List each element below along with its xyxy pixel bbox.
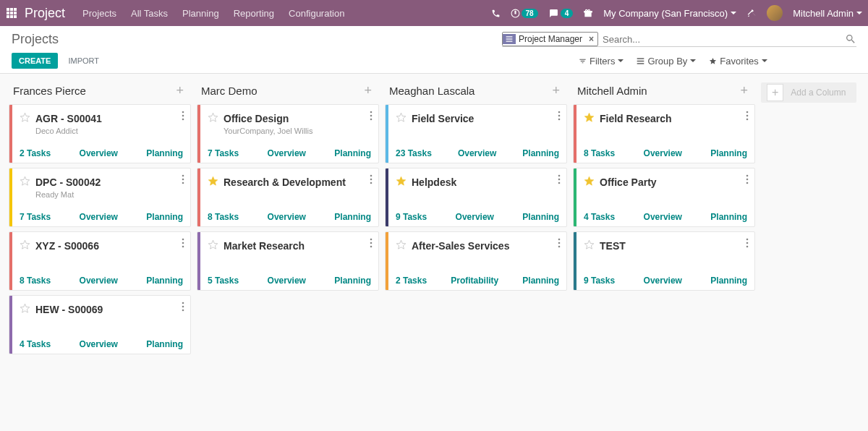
card-menu-icon[interactable] (182, 174, 184, 187)
card-link-planning[interactable]: Planning (522, 148, 559, 158)
card-link-planning[interactable]: Planning (146, 339, 183, 349)
card-tasks-link[interactable]: 23 Tasks (396, 148, 432, 158)
card-tasks-link[interactable]: 2 Tasks (396, 276, 427, 286)
card-menu-icon[interactable] (746, 238, 749, 250)
card-menu-icon[interactable] (558, 174, 561, 187)
star-icon[interactable] (584, 176, 595, 189)
project-card[interactable]: Market Research5 TasksOverviewPlanning (197, 231, 379, 291)
add-column[interactable]: +Add a Column (758, 80, 859, 106)
user-menu[interactable]: Mitchell Admin (793, 8, 862, 19)
card-menu-icon[interactable] (182, 238, 184, 250)
card-link-planning[interactable]: Planning (146, 212, 183, 222)
card-link-overview[interactable]: Overview (80, 276, 118, 286)
card-tasks-link[interactable]: 7 Tasks (208, 148, 239, 158)
card-tasks-link[interactable]: 8 Tasks (584, 148, 615, 158)
filters-dropdown[interactable]: Filters (579, 56, 624, 67)
project-card[interactable]: XYZ - S000668 TasksOverviewPlanning (9, 231, 191, 291)
card-tasks-link[interactable]: 4 Tasks (20, 339, 51, 349)
column-header[interactable]: Mitchell Admin+ (573, 80, 755, 104)
card-menu-icon[interactable] (370, 174, 373, 187)
nav-projects[interactable]: Projects (77, 5, 122, 22)
favorites-dropdown[interactable]: Favorites (709, 56, 767, 67)
search-icon[interactable] (845, 33, 856, 45)
nav-all-tasks[interactable]: All Tasks (125, 5, 174, 22)
card-link-overview[interactable]: Overview (644, 276, 682, 286)
card-tasks-link[interactable]: 8 Tasks (20, 276, 51, 286)
tools-icon[interactable] (746, 8, 757, 18)
messages-icon[interactable]: 4 (548, 9, 574, 18)
project-card[interactable]: Office Party4 TasksOverviewPlanning (573, 168, 755, 227)
company-selector[interactable]: My Company (San Francisco) (603, 8, 736, 19)
apps-icon[interactable] (6, 7, 17, 19)
project-card[interactable]: Field Service23 TasksOverviewPlanning (385, 104, 567, 163)
star-icon[interactable] (20, 239, 31, 252)
card-tasks-link[interactable]: 9 Tasks (584, 276, 615, 286)
star-icon[interactable] (208, 239, 219, 252)
import-button[interactable]: IMPORT (62, 53, 105, 69)
column-add-button[interactable]: + (361, 84, 375, 97)
card-tasks-link[interactable]: 7 Tasks (20, 212, 51, 222)
brand-title[interactable]: Project (25, 6, 65, 21)
card-link-overview[interactable]: Overview (458, 148, 496, 158)
card-tasks-link[interactable]: 9 Tasks (396, 212, 427, 222)
project-card[interactable]: HEW - S000694 TasksOverviewPlanning (9, 295, 191, 354)
card-link-overview[interactable]: Overview (80, 148, 118, 158)
star-icon[interactable] (584, 239, 595, 252)
project-card[interactable]: DPC - S00042Ready Mat7 TasksOverviewPlan… (9, 168, 191, 227)
card-menu-icon[interactable] (182, 302, 184, 314)
card-menu-icon[interactable] (746, 111, 749, 123)
card-menu-icon[interactable] (558, 111, 561, 123)
project-card[interactable]: TEST9 TasksOverviewPlanning (573, 231, 755, 291)
column-header[interactable]: Meaghan Lascala+ (385, 80, 567, 104)
card-link-planning[interactable]: Planning (334, 148, 371, 158)
project-card[interactable]: Field Research8 TasksOverviewPlanning (573, 104, 755, 163)
card-menu-icon[interactable] (370, 238, 373, 250)
card-link-profitability[interactable]: Profitability (451, 276, 498, 286)
card-link-planning[interactable]: Planning (334, 276, 371, 286)
star-icon[interactable] (20, 176, 31, 189)
card-link-planning[interactable]: Planning (146, 148, 183, 158)
project-card[interactable]: AGR - S00041Deco Addict2 TasksOverviewPl… (9, 104, 191, 163)
card-link-overview[interactable]: Overview (644, 212, 682, 222)
card-menu-icon[interactable] (370, 111, 373, 123)
card-link-planning[interactable]: Planning (710, 148, 747, 158)
column-add-button[interactable]: + (549, 84, 563, 97)
card-link-overview[interactable]: Overview (268, 148, 306, 158)
column-add-button[interactable]: + (737, 84, 751, 97)
card-link-overview[interactable]: Overview (456, 212, 494, 222)
card-tasks-link[interactable]: 8 Tasks (208, 212, 239, 222)
star-icon[interactable] (20, 112, 31, 125)
card-menu-icon[interactable] (746, 174, 749, 187)
project-card[interactable]: After-Sales Services2 TasksProfitability… (385, 231, 567, 291)
card-tasks-link[interactable]: 4 Tasks (584, 212, 615, 222)
gift-icon[interactable] (583, 8, 593, 18)
activity-icon[interactable]: 78 (511, 9, 538, 18)
card-link-overview[interactable]: Overview (268, 212, 306, 222)
card-tasks-link[interactable]: 2 Tasks (20, 148, 51, 158)
card-link-overview[interactable]: Overview (268, 276, 306, 286)
user-avatar[interactable] (767, 5, 783, 21)
card-menu-icon[interactable] (182, 111, 184, 123)
project-card[interactable]: Research & Development8 TasksOverviewPla… (197, 168, 379, 227)
card-link-overview[interactable]: Overview (80, 212, 118, 222)
card-link-overview[interactable]: Overview (644, 148, 682, 158)
star-icon[interactable] (208, 176, 219, 189)
card-tasks-link[interactable]: 5 Tasks (208, 276, 239, 286)
card-link-overview[interactable]: Overview (80, 339, 118, 349)
nav-reporting[interactable]: Reporting (228, 5, 280, 22)
star-icon[interactable] (20, 303, 31, 316)
project-card[interactable]: Helpdesk9 TasksOverviewPlanning (385, 168, 567, 227)
nav-configuration[interactable]: Configuration (283, 5, 350, 22)
search-input[interactable] (598, 33, 856, 46)
facet-remove[interactable]: × (585, 34, 597, 44)
star-icon[interactable] (208, 112, 219, 125)
card-link-planning[interactable]: Planning (710, 212, 747, 222)
star-icon[interactable] (396, 176, 407, 189)
card-link-planning[interactable]: Planning (522, 276, 559, 286)
star-icon[interactable] (584, 112, 595, 125)
create-button[interactable]: CREATE (12, 53, 58, 69)
project-card[interactable]: Office DesignYourCompany, Joel Willis7 T… (197, 104, 379, 163)
phone-icon[interactable] (491, 9, 501, 18)
card-link-planning[interactable]: Planning (710, 276, 747, 286)
star-icon[interactable] (396, 239, 407, 252)
